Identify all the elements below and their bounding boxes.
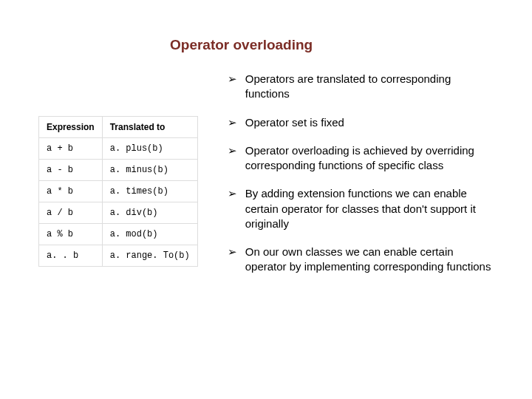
cell-translated: a. minus(b) — [102, 160, 197, 181]
list-item: Operators are translated to correspondin… — [228, 72, 495, 102]
cell-translated: a. plus(b) — [102, 138, 197, 160]
cell-translated: a. mod(b) — [102, 224, 197, 245]
operator-table: Expression Translated to a + b a. plus(b… — [38, 116, 198, 267]
list-item: Operator overloading is achieved by over… — [228, 143, 495, 174]
cell-translated: a. times(b) — [102, 181, 197, 202]
table-row: a. . b a. range. To(b) — [39, 245, 198, 267]
table-header-translated: Translated to — [102, 117, 197, 138]
bullet-list: Operators are translated to correspondin… — [228, 72, 495, 275]
cell-expression: a * b — [39, 181, 103, 202]
cell-expression: a. . b — [39, 245, 103, 267]
list-item: By adding extension functions we can ena… — [228, 186, 495, 231]
table-row: a + b a. plus(b) — [39, 138, 198, 160]
list-item: On our own classes we can enable certain… — [228, 245, 495, 275]
list-item: Operator set is fixed — [228, 115, 495, 130]
cell-translated: a. range. To(b) — [102, 245, 197, 267]
table-header-expression: Expression — [39, 117, 103, 138]
page-title: Operator overloading — [170, 37, 502, 53]
table-column: Expression Translated to a + b a. plus(b… — [30, 72, 198, 288]
cell-expression: a + b — [39, 138, 103, 160]
cell-expression: a - b — [39, 160, 103, 181]
content-area: Expression Translated to a + b a. plus(b… — [30, 72, 502, 288]
cell-translated: a. div(b) — [102, 202, 197, 224]
table-row: a / b a. div(b) — [39, 202, 198, 224]
cell-expression: a % b — [39, 224, 103, 245]
table-row: a - b a. minus(b) — [39, 160, 198, 181]
table-row: a % b a. mod(b) — [39, 224, 198, 245]
cell-expression: a / b — [39, 202, 103, 224]
bullets-column: Operators are translated to correspondin… — [228, 72, 502, 288]
table-row: a * b a. times(b) — [39, 181, 198, 202]
table-header-row: Expression Translated to — [39, 117, 198, 138]
